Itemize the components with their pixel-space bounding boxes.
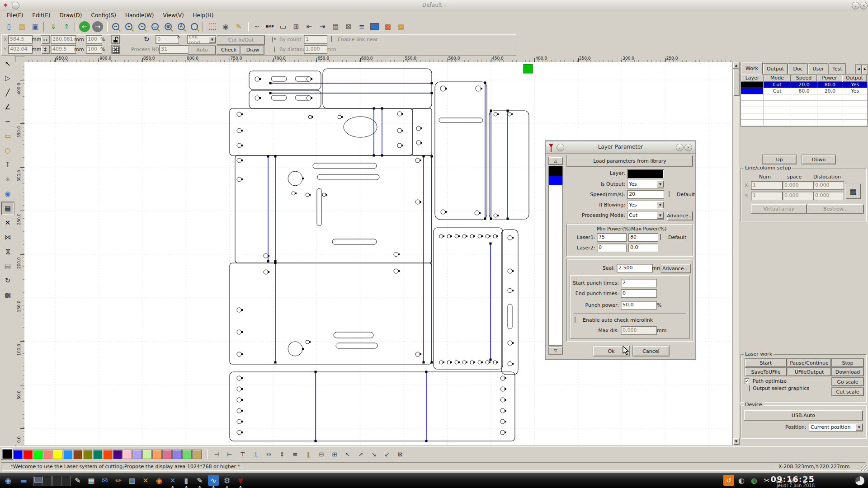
palette-color-0[interactable] (1, 448, 13, 460)
palette-color-18[interactable] (182, 450, 192, 459)
config-tool-icon[interactable]: ✕ (167, 475, 178, 486)
workspace-switcher-2[interactable] (52, 476, 71, 486)
vertical-ruler[interactable]: 400.0350.0300.0250.0200.0150.0100.050.00… (15, 62, 25, 445)
ufile-output-button[interactable]: UFileOutput (787, 367, 831, 376)
palette-color-13[interactable] (132, 450, 142, 459)
mode-select[interactable]: Cut▼ (627, 211, 664, 220)
column-header-mode[interactable]: Mode (764, 75, 791, 82)
array-x-dis-field[interactable]: 0.000 (813, 181, 844, 190)
layer-list-down-icon[interactable]: ▽ (548, 347, 563, 355)
chevron-down-icon[interactable]: ▼ (657, 202, 664, 208)
scroll-down-icon[interactable]: ▼ (733, 438, 740, 445)
title-bar[interactable]: ✶ Default - ⌄ ✕ (0, 0, 868, 11)
go-scale-button[interactable]: Go scale (831, 377, 864, 386)
layer-down-button[interactable]: Down (802, 155, 836, 164)
space-horizontal-icon[interactable]: ≡ (290, 449, 301, 459)
pen-edit-icon[interactable]: ✎ (232, 20, 245, 33)
start-menu-icon[interactable]: ◉ (3, 475, 14, 486)
corner-top-left-icon[interactable]: ↖ (342, 449, 353, 459)
dialog-shade-button[interactable]: ⌄ (676, 144, 684, 151)
tool-rectangle[interactable]: ▭ (1, 129, 14, 143)
chevron-down-icon[interactable]: ▼ (657, 181, 664, 188)
cut-mode-select[interactable]: Out mod ▼ (187, 35, 216, 44)
tool-star[interactable]: ✳ (1, 173, 14, 186)
tool-halftone[interactable]: ▦ (1, 202, 14, 215)
close-button[interactable]: ✕ (860, 2, 868, 9)
file-manager-icon[interactable]: ▥ (127, 475, 137, 486)
menu-item-help[interactable]: Help(H) (189, 12, 218, 19)
dither-2-icon[interactable]: ▩ (395, 20, 407, 33)
bmp-tool-icon[interactable]: BMP (264, 20, 276, 33)
scissors-tray-icon[interactable]: ✂ (761, 475, 772, 486)
space-vertical-icon[interactable]: ∥ (303, 449, 314, 459)
palette-color-4[interactable] (43, 450, 52, 459)
wine-icon[interactable]: ▼ (235, 475, 246, 486)
zoom-selection-icon[interactable]: ▭ (149, 20, 161, 33)
zoom-in-icon[interactable]: + (123, 20, 135, 33)
table-row-empty[interactable] (741, 113, 868, 120)
palette-color-11[interactable] (113, 450, 122, 459)
calculator-icon[interactable]: ▦ (86, 475, 97, 486)
update-tray-icon[interactable]: ↺ (723, 475, 734, 486)
tool-mirror-h[interactable]: ⋈ (1, 230, 14, 244)
horizontal-ruler[interactable]: 950.0900.0850.0800.0750.0700.0650.0600.0… (24, 56, 732, 62)
height-field[interactable]: 409.5 (51, 45, 76, 54)
zoom-out-icon[interactable]: − (136, 20, 148, 33)
column-header-speed[interactable]: Speed (791, 75, 817, 82)
resize-grip[interactable] (861, 465, 867, 471)
position-select[interactable]: Current position ▼ (809, 423, 863, 432)
speed-field[interactable]: 20 (627, 190, 664, 199)
tool-pearl[interactable]: ◉ (1, 187, 14, 201)
h-distance-icon[interactable]: ⇤ (303, 20, 316, 33)
menu-item-config[interactable]: Config(S) (87, 12, 120, 19)
text-editor-icon[interactable]: ✎ (72, 475, 83, 486)
tool-bezier[interactable]: ∽ (1, 115, 14, 128)
align-top-icon[interactable]: ⊤ (237, 449, 248, 459)
same-width-icon[interactable]: ⊟ (316, 449, 327, 459)
table-row[interactable]: Cut20.080.0Yes (741, 82, 868, 88)
save-icon[interactable]: ▣ (29, 20, 42, 33)
laser2-max-field[interactable]: 0.0 (628, 244, 658, 252)
auto-button[interactable]: Auto (188, 45, 216, 55)
zoom-page-icon[interactable]: ▦ (162, 20, 175, 33)
array-x-space-field[interactable]: 0.000 (783, 181, 813, 190)
chevron-down-icon[interactable]: ▼ (856, 424, 863, 431)
bestrew-button[interactable]: Bestrew... (807, 204, 864, 214)
terminal-icon[interactable]: ▮ (181, 475, 192, 486)
palette-color-3[interactable] (33, 450, 42, 459)
tool-rotate[interactable]: ↻ (1, 274, 14, 287)
layer-color-swatch[interactable] (627, 169, 664, 179)
by-distance-field[interactable]: 1.000 (304, 45, 327, 54)
zoom-all-icon[interactable]: A (175, 20, 188, 33)
seal-field[interactable]: 2.500 (617, 264, 653, 272)
palette-color-7[interactable] (73, 450, 82, 459)
fit-grid-icon[interactable]: ⊠ (395, 449, 406, 459)
load-library-button[interactable]: Load parameters from library (566, 155, 693, 167)
curve-tool-icon[interactable]: ∼ (250, 20, 263, 33)
group-icon[interactable]: ⊞ (290, 20, 302, 33)
tool-delete[interactable]: ✕ (1, 216, 14, 230)
maxdis-field[interactable]: 0.000 (621, 326, 657, 335)
dialog-layer-list[interactable] (548, 166, 563, 346)
system-monitor-icon[interactable]: ∿ (208, 475, 219, 486)
menu-item-file[interactable]: File(F) (3, 12, 27, 19)
tool-polyline[interactable]: ∠ (1, 100, 14, 114)
show-desktop-icon[interactable]: ▬ (18, 475, 29, 486)
tool-page[interactable]: ▤ (1, 259, 14, 273)
dialog-layer-swatch[interactable] (549, 176, 562, 185)
table-row-empty[interactable] (741, 101, 868, 107)
dialog-layer-swatch[interactable] (549, 166, 562, 176)
chevron-down-icon[interactable]: ▼ (209, 36, 216, 43)
array-direction-icon[interactable]: ▦ (845, 183, 861, 199)
tab-work[interactable]: Work (741, 62, 763, 75)
session-pie-icon[interactable] (855, 476, 864, 485)
palette-color-14[interactable] (142, 450, 152, 459)
cancel-button[interactable]: Cancel (632, 346, 670, 357)
palette-color-12[interactable] (123, 450, 132, 459)
end-punch-field[interactable]: 0 (621, 289, 657, 298)
by-count-field[interactable]: 1 (304, 35, 327, 44)
table-row-empty[interactable] (741, 107, 868, 113)
undo-back-icon[interactable]: ← (79, 21, 90, 32)
column-header-output[interactable]: Output (842, 75, 867, 82)
thunderbird-icon[interactable]: ✉ (99, 475, 110, 486)
